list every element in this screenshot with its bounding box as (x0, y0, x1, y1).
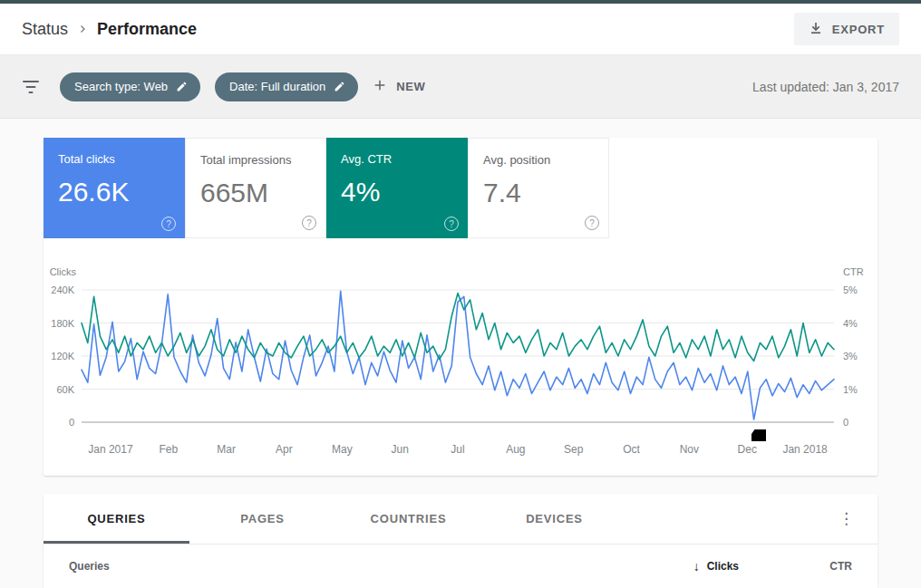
svg-text:5%: 5% (843, 284, 858, 295)
help-icon[interactable]: ? (161, 217, 176, 231)
svg-text:Jul: Jul (451, 443, 464, 456)
edit-pencil-icon (176, 81, 188, 92)
metric-label: Avg. position (483, 153, 594, 167)
filter-icon[interactable] (22, 80, 40, 94)
plus-icon (373, 78, 387, 95)
svg-text:May: May (332, 443, 353, 456)
download-icon (809, 21, 823, 38)
dimension-tabs: QUERIES PAGES COUNTRIES DEVICES ⋮ (44, 494, 877, 545)
svg-text:Mar: Mar (217, 443, 236, 456)
svg-text:3%: 3% (843, 351, 858, 361)
column-header-ctr[interactable]: CTR (739, 560, 852, 573)
svg-text:Jan 2017: Jan 2017 (88, 443, 133, 456)
help-icon[interactable]: ? (585, 216, 599, 230)
last-updated-text: Last updated: Jan 3, 2017 (752, 80, 899, 94)
metric-tiles: Total clicks 26.6K ? Total impressions 6… (44, 138, 877, 238)
export-label: EXPORT (832, 23, 885, 36)
page-header: Status Performance EXPORT (0, 4, 921, 55)
svg-text:Oct: Oct (623, 443, 640, 456)
svg-text:60K: 60K (56, 384, 74, 395)
svg-text:Jun: Jun (391, 443, 408, 456)
metric-tile-total-clicks[interactable]: Total clicks 26.6K ? (44, 138, 185, 238)
table-header-row: Queries ↓ Clicks CTR (44, 545, 877, 588)
filter-chip-search-type[interactable]: Search type: Web (60, 72, 200, 101)
metric-value: 7.4 (483, 178, 594, 208)
tab-queries[interactable]: QUERIES (44, 494, 189, 544)
filter-chip-label: Date: Full duration (229, 80, 325, 93)
metric-label: Total clicks (58, 152, 170, 166)
sort-descending-icon: ↓ (693, 559, 700, 574)
performance-chart-card: Total clicks 26.6K ? Total impressions 6… (44, 138, 877, 476)
filter-bar: Search type: Web Date: Full duration NEW… (0, 55, 921, 119)
help-icon[interactable]: ? (444, 217, 459, 231)
edit-pencil-icon (334, 81, 345, 92)
page-title: Performance (97, 20, 197, 39)
metric-label: Total impressions (200, 153, 311, 167)
new-filter-button[interactable]: NEW (373, 78, 425, 95)
metric-tile-avg-ctr[interactable]: Avg. CTR 4% ? (326, 138, 468, 238)
svg-text:Dec: Dec (738, 443, 757, 456)
new-label: NEW (396, 80, 425, 93)
metric-tile-avg-position[interactable]: Avg. position 7.4 ? (468, 138, 609, 238)
svg-text:Jan 2018: Jan 2018 (782, 443, 828, 456)
metric-value: 4% (341, 177, 453, 207)
export-button[interactable]: EXPORT (794, 13, 899, 45)
breadcrumb: Status Performance (22, 20, 197, 39)
filter-chip-date[interactable]: Date: Full duration (215, 72, 358, 101)
svg-text:Feb: Feb (159, 443, 178, 456)
tab-pages[interactable]: PAGES (189, 494, 335, 544)
svg-text:240K: 240K (51, 284, 74, 295)
svg-text:Nov: Nov (680, 443, 699, 456)
more-options-icon[interactable]: ⋮ (815, 511, 877, 526)
svg-text:CTR: CTR (843, 266, 864, 277)
svg-text:0: 0 (69, 417, 74, 428)
svg-text:180K: 180K (51, 318, 74, 329)
column-header-queries[interactable]: Queries (69, 560, 648, 573)
filter-chip-label: Search type: Web (74, 80, 168, 93)
tab-devices[interactable]: DEVICES (481, 494, 627, 544)
svg-text:Clicks: Clicks (50, 266, 77, 277)
svg-text:120K: 120K (51, 351, 74, 361)
metric-value: 26.6K (58, 177, 170, 207)
mouse-cursor-artifact (751, 429, 766, 441)
metric-value: 665M (200, 178, 311, 208)
metric-tile-total-impressions[interactable]: Total impressions 665M ? (185, 138, 326, 238)
breadcrumb-status-link[interactable]: Status (22, 20, 68, 39)
column-header-clicks[interactable]: ↓ Clicks (648, 559, 739, 574)
svg-text:1%: 1% (843, 384, 858, 395)
metric-label: Avg. CTR (341, 152, 453, 166)
svg-text:0: 0 (843, 417, 848, 428)
dimensions-table-card: QUERIES PAGES COUNTRIES DEVICES ⋮ Querie… (44, 494, 877, 588)
svg-text:4%: 4% (843, 318, 858, 329)
help-icon[interactable]: ? (302, 216, 316, 230)
svg-text:Sep: Sep (564, 443, 584, 456)
svg-text:Apr: Apr (276, 443, 293, 456)
chevron-right-icon (77, 24, 88, 34)
tab-countries[interactable]: COUNTRIES (335, 494, 481, 544)
svg-text:Aug: Aug (506, 443, 525, 456)
